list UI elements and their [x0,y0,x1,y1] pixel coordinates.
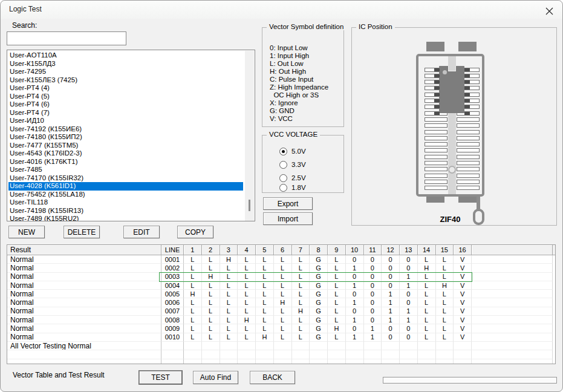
vector-value-cell[interactable]: H [184,290,202,298]
vector-value-cell[interactable] [328,342,346,350]
export-button[interactable]: Export [263,197,313,210]
vector-value-cell[interactable]: V [454,281,472,290]
vcc-radio-2.5V[interactable]: 2.5V [279,173,306,183]
vector-value-cell[interactable]: 0 [364,307,382,316]
vector-value-cell[interactable] [292,342,310,350]
vector-value-cell[interactable]: L [328,307,346,316]
vector-value-cell[interactable]: H [436,281,454,290]
vcc-radio-5.0V[interactable]: 5.0V [279,146,306,156]
vector-value-cell[interactable]: L [436,307,454,316]
vector-value-cell[interactable]: 0 [364,273,382,281]
vector-value-cell[interactable]: L [220,264,238,272]
vector-value-cell[interactable]: L [328,273,346,281]
vector-value-cell[interactable]: L [418,255,436,264]
vector-value-cell[interactable]: L [436,333,454,342]
list-item[interactable]: User-К155ЛЕ3 (7425) [8,76,255,85]
list-item[interactable]: User-РТ4 (6) [8,100,255,109]
vector-value-cell[interactable] [400,350,418,359]
vector-value-cell[interactable] [310,342,328,350]
vector-value-cell[interactable]: V [454,333,472,342]
table-row[interactable]: All Vector Testing Normal [7,342,555,350]
list-item[interactable]: User-РТ4 (7) [8,109,255,117]
list-item[interactable]: User-ИД10 [8,117,255,125]
vector-value-cell[interactable]: L [292,281,310,290]
vector-value-cell[interactable]: L [238,273,256,281]
new-button[interactable]: NEW [8,226,45,238]
column-header-pin[interactable]: 8 [310,245,328,255]
vector-value-cell[interactable]: 0 [364,264,382,272]
vector-value-cell[interactable]: L [292,333,310,342]
vector-value-cell[interactable]: G [310,281,328,290]
vector-value-cell[interactable]: L [202,324,220,333]
edit-button[interactable]: EDIT [123,226,160,238]
vector-value-cell[interactable]: L [220,281,238,290]
vector-value-cell[interactable]: H [418,264,436,272]
vector-value-cell[interactable]: L [274,255,292,264]
vector-value-cell[interactable]: L [418,316,436,324]
vector-value-cell[interactable]: H [292,307,310,316]
vector-value-cell[interactable]: L [274,333,292,342]
vector-value-cell[interactable]: H [256,333,274,342]
list-item[interactable]: User-7489 (K155RU2) [8,215,255,221]
vector-value-cell[interactable] [220,350,238,359]
list-item[interactable]: User-РТ4 (5) [8,93,255,101]
vector-value-cell[interactable]: 1 [346,316,364,324]
vector-value-cell[interactable]: L [220,316,238,324]
device-list[interactable]: User-AOT110AUser-К155ЛД3User-74295User-К… [7,50,255,221]
vector-value-cell[interactable]: 0 [382,324,400,333]
vector-value-cell[interactable]: L [220,324,238,333]
vector-value-cell[interactable]: G [310,333,328,342]
device-list-scrollbar[interactable] [245,51,254,221]
column-header-pin[interactable]: 5 [256,245,274,255]
vector-table[interactable]: ResultLINE12345678910111213141516Normal0… [7,244,556,364]
vector-value-cell[interactable]: L [220,290,238,298]
vector-value-cell[interactable] [274,350,292,359]
vector-value-cell[interactable]: 1 [382,307,400,316]
vector-value-cell[interactable]: L [292,290,310,298]
vector-value-cell[interactable]: L [256,264,274,272]
table-row[interactable]: Normal0003LHLLLLLGL0001LLV [7,273,555,281]
vector-value-cell[interactable]: L [328,298,346,307]
auto-find-button[interactable]: Auto Find [193,371,238,384]
table-row[interactable]: Normal0002LLLLLLLGL1000HLV [7,264,555,272]
vector-value-cell[interactable]: L [274,290,292,298]
vector-value-cell[interactable]: V [454,273,472,281]
vector-value-cell[interactable]: L [328,316,346,324]
column-header-pin[interactable]: 1 [184,245,202,255]
vector-value-cell[interactable]: L [202,298,220,307]
vector-value-cell[interactable]: 1 [400,273,418,281]
vector-value-cell[interactable] [364,350,382,359]
vector-value-cell[interactable]: G [310,307,328,316]
column-header-pin[interactable]: 9 [328,245,346,255]
list-item[interactable]: User-74198 (K155IR13) [8,207,255,215]
vector-value-cell[interactable]: L [328,290,346,298]
vector-value-cell[interactable]: L [238,298,256,307]
vector-value-cell[interactable]: 0 [364,281,382,290]
vector-value-cell[interactable]: L [418,333,436,342]
vector-value-cell[interactable]: G [310,298,328,307]
vector-value-cell[interactable]: G [310,264,328,272]
vector-value-cell[interactable]: H [238,316,256,324]
vector-value-cell[interactable] [436,350,454,359]
column-header-pin[interactable]: 14 [418,245,436,255]
vector-value-cell[interactable]: L [418,290,436,298]
vector-value-cell[interactable]: L [256,298,274,307]
vector-value-cell[interactable] [310,359,328,364]
search-input[interactable] [7,31,126,45]
vector-value-cell[interactable]: L [238,307,256,316]
vector-value-cell[interactable]: L [418,298,436,307]
vector-value-cell[interactable]: L [184,324,202,333]
vector-value-cell[interactable]: L [220,298,238,307]
vector-value-cell[interactable]: 0 [382,333,400,342]
vector-value-cell[interactable]: 0 [400,264,418,272]
vector-value-cell[interactable]: 1 [346,333,364,342]
vector-value-cell[interactable]: 0 [400,333,418,342]
vector-value-cell[interactable]: G [310,273,328,281]
vector-value-cell[interactable] [256,342,274,350]
vector-value-cell[interactable]: L [184,281,202,290]
vector-value-cell[interactable]: L [292,273,310,281]
vector-value-cell[interactable]: L [238,290,256,298]
vector-value-cell[interactable]: V [454,324,472,333]
vector-value-cell[interactable] [382,342,400,350]
vector-value-cell[interactable]: V [454,298,472,307]
